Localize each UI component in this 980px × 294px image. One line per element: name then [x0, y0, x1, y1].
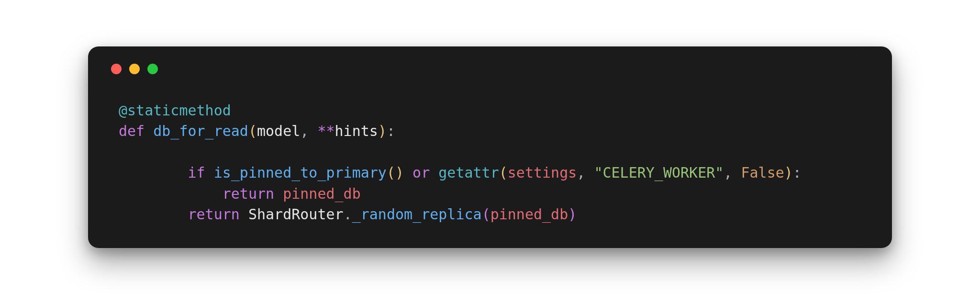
- comma: ,: [724, 164, 741, 181]
- code-window: @staticmethod def db_for_read(model, **h…: [88, 46, 892, 248]
- kw-return: return: [223, 185, 274, 202]
- space: [430, 164, 438, 181]
- ident-pinned-db: pinned_db: [490, 206, 568, 223]
- builtin-getattr: getattr: [438, 164, 499, 181]
- const-false: False: [741, 164, 784, 181]
- kw-or: or: [412, 164, 430, 181]
- method-random-replica: _random_replica: [352, 206, 482, 223]
- space: [404, 164, 412, 181]
- dot: .: [344, 206, 352, 223]
- decorator-name: staticmethod: [127, 102, 231, 119]
- traffic-lights: [111, 64, 871, 74]
- comma: ,: [300, 123, 317, 139]
- ident-settings: settings: [508, 164, 577, 181]
- lparen: (: [499, 164, 508, 181]
- colon: :: [387, 123, 395, 139]
- lparen: (: [248, 123, 257, 139]
- lparen: (: [387, 164, 395, 181]
- func-name: db_for_read: [153, 123, 248, 139]
- kw-return: return: [188, 206, 240, 223]
- call-is-pinned: is_pinned_to_primary: [214, 164, 387, 181]
- kw-def: def: [119, 123, 145, 139]
- indent: [119, 206, 188, 223]
- lparen: (: [482, 206, 490, 223]
- indent: [119, 185, 223, 202]
- space: [240, 206, 248, 223]
- code-block: @staticmethod def db_for_read(model, **h…: [119, 100, 871, 225]
- string-celery: "CELERY_WORKER": [594, 164, 724, 181]
- space: [205, 164, 214, 181]
- kw-if: if: [188, 164, 205, 181]
- colon: :: [793, 164, 802, 181]
- maximize-icon: [147, 64, 158, 74]
- indent: [119, 164, 188, 181]
- rparen: ): [378, 123, 387, 139]
- ident-pinned-db: pinned_db: [283, 185, 361, 202]
- param-hints: hints: [335, 123, 378, 139]
- param-model: model: [257, 123, 300, 139]
- space: [274, 185, 283, 202]
- decorator-at: @: [119, 102, 127, 119]
- starstar: **: [317, 123, 334, 139]
- close-icon: [111, 64, 122, 74]
- rparen: ): [568, 206, 577, 223]
- cls-shardrouter: ShardRouter: [248, 206, 344, 223]
- minimize-icon: [129, 64, 140, 74]
- rparen: ): [784, 164, 793, 181]
- rparen: ): [395, 164, 404, 181]
- space: [145, 123, 153, 139]
- comma: ,: [577, 164, 594, 181]
